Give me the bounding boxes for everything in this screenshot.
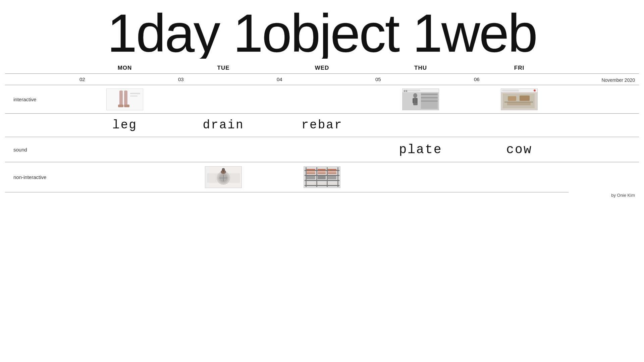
svg-rect-19 [421, 97, 438, 98]
svg-rect-57 [318, 172, 326, 173]
svg-point-40 [222, 168, 225, 171]
svg-rect-7 [130, 96, 138, 97]
svg-text:1day 1object 1web: 1day 1object 1web [107, 3, 537, 59]
date-tue: 03 [174, 73, 273, 85]
sound-mon-cell [75, 137, 174, 162]
month-label: November 2020 [569, 73, 639, 85]
svg-rect-63 [307, 176, 315, 179]
word-thu [371, 113, 470, 137]
interactive-tue-cell [174, 85, 273, 113]
words-empty-right [569, 113, 639, 137]
sound-fri-cow[interactable]: cow [470, 137, 569, 162]
row-label-interactive: interactive [5, 85, 75, 113]
interactive-thu-thumb[interactable]: ⬤⬤ [402, 88, 439, 110]
date-fri: 06 [470, 73, 569, 85]
leg-image [107, 89, 143, 110]
bottom-wed [273, 192, 371, 198]
page-title: 1day 1object 1web [0, 0, 644, 62]
interactive-thu-cell[interactable]: ⬤⬤ [371, 85, 470, 113]
svg-rect-4 [118, 105, 123, 107]
row-label-noninteractive: non-interactive [5, 162, 75, 192]
interactive-fri-thumb[interactable] [501, 88, 538, 110]
interactive-mon-thumb[interactable] [106, 88, 143, 110]
interactive-mon-cell[interactable] [75, 85, 174, 113]
svg-rect-2 [119, 90, 123, 106]
fri-image [501, 89, 537, 110]
noninteractive-tue-cell[interactable] [174, 162, 273, 192]
col-header-thu: THU [371, 62, 470, 73]
words-empty-left [5, 113, 75, 137]
bottom-thu [371, 192, 470, 198]
noninteractive-thu-cell [371, 162, 470, 192]
svg-rect-62 [328, 173, 336, 174]
svg-rect-5 [124, 105, 129, 107]
row-label-sound: sound [5, 137, 75, 162]
noninteractive-wed-thumb[interactable] [304, 166, 340, 188]
date-wed: 04 [273, 73, 371, 85]
rebar-image [304, 167, 340, 188]
svg-rect-6 [130, 93, 140, 94]
calendar: MON TUE WED THU FRI 02 03 04 05 06 Novem… [0, 62, 644, 198]
interactive-right-empty [569, 85, 639, 113]
svg-rect-50 [305, 185, 339, 186]
noninteractive-fri-cell [470, 162, 569, 192]
svg-point-14 [413, 93, 417, 98]
noninteractive-right-empty [569, 162, 639, 192]
svg-rect-58 [318, 173, 326, 174]
bottom-empty-left [5, 192, 75, 198]
sound-tue-cell [174, 137, 273, 162]
author-label: by Onie Kim [569, 192, 639, 198]
svg-rect-56 [318, 171, 326, 171]
word-tue[interactable]: drain [174, 113, 273, 137]
word-mon[interactable]: leg [75, 113, 174, 137]
svg-rect-64 [318, 176, 326, 179]
svg-rect-65 [328, 176, 336, 179]
noninteractive-mon-cell [75, 162, 174, 192]
svg-rect-20 [421, 101, 438, 102]
drain-image [205, 167, 241, 188]
word-fri [470, 113, 569, 137]
svg-rect-55 [318, 169, 326, 170]
calendar-grid: MON TUE WED THU FRI 02 03 04 05 06 Novem… [5, 62, 639, 198]
svg-rect-3 [124, 90, 127, 106]
svg-rect-49 [305, 180, 339, 181]
svg-rect-29 [520, 96, 530, 101]
date-empty-left [5, 73, 75, 85]
bottom-tue [174, 192, 273, 198]
svg-rect-18 [421, 94, 438, 95]
svg-rect-61 [328, 172, 336, 173]
interactive-fri-cell[interactable] [470, 85, 569, 113]
col-header-mon: MON [75, 62, 174, 73]
svg-text:⬤⬤: ⬤⬤ [404, 90, 408, 92]
sound-wed-cell [273, 137, 371, 162]
svg-rect-26 [503, 94, 535, 108]
svg-rect-48 [305, 175, 339, 176]
svg-rect-53 [307, 172, 315, 173]
noninteractive-wed-cell[interactable] [273, 162, 371, 192]
svg-point-24 [534, 89, 536, 92]
svg-rect-27 [504, 102, 533, 103]
svg-rect-17 [415, 98, 417, 103]
sound-right-empty [569, 137, 639, 162]
col-header-tue: TUE [174, 62, 273, 73]
svg-rect-16 [413, 98, 415, 103]
word-wed[interactable]: rebar [273, 113, 371, 137]
noninteractive-tue-thumb[interactable] [205, 166, 242, 188]
svg-rect-52 [307, 171, 315, 171]
svg-rect-23 [502, 89, 519, 92]
sound-thu-plate[interactable]: plate [371, 137, 470, 162]
svg-rect-54 [307, 173, 315, 174]
thu-image: ⬤⬤ [402, 89, 439, 110]
svg-rect-51 [307, 169, 315, 170]
date-thu: 05 [371, 73, 470, 85]
title-svg: 1day 1object 1web [80, 3, 564, 59]
col-header-fri: FRI [470, 62, 569, 73]
bottom-mon [75, 192, 174, 198]
col-header-empty-left [5, 62, 75, 73]
bottom-fri [470, 192, 569, 198]
svg-rect-30 [507, 103, 531, 105]
col-header-empty-right [569, 62, 639, 73]
interactive-wed-cell [273, 85, 371, 113]
svg-rect-59 [328, 169, 336, 170]
svg-rect-37 [223, 175, 224, 181]
